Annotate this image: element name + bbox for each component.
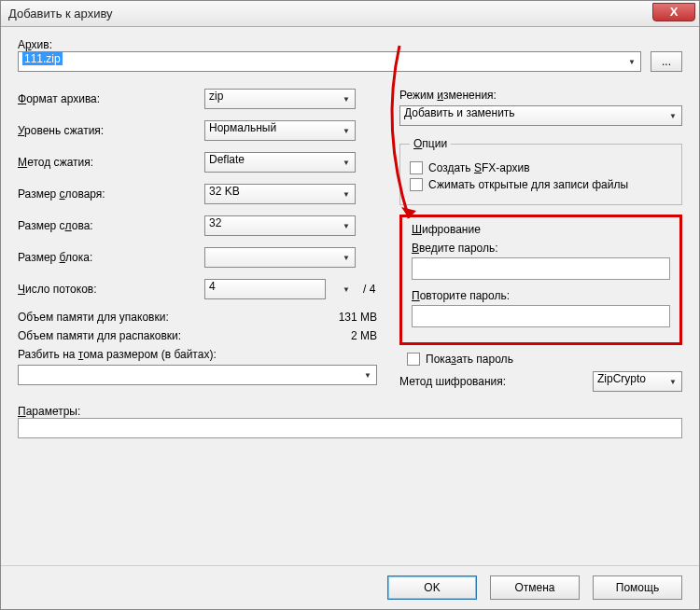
- threads-label: Число потоков:: [18, 283, 204, 296]
- close-button[interactable]: X: [652, 3, 695, 21]
- word-size-label: Размер слова:: [18, 219, 204, 232]
- sfx-label: Создать SFX-архив: [428, 161, 530, 174]
- encryption-highlight: Шифрование Введите пароль: Повторите пар…: [399, 215, 682, 345]
- dialog-content: Архив: 111.zip ... Формат архива: zip Ур…: [1, 27, 699, 565]
- show-password-checkbox[interactable]: [407, 353, 420, 366]
- options-legend: Опции: [410, 137, 451, 150]
- update-mode-label: Режим изменения:: [399, 89, 682, 102]
- repeat-password-input[interactable]: [412, 305, 670, 327]
- help-button[interactable]: Помощь: [593, 575, 682, 600]
- mem-unpack-label: Объем памяти для распаковки:: [18, 329, 181, 342]
- add-to-archive-dialog: Добавить к архиву X Архив: 111.zip ... Ф…: [0, 0, 700, 610]
- dictionary-label: Размер словаря:: [18, 187, 204, 201]
- encryption-legend: Шифрование: [412, 223, 670, 236]
- mem-unpack-value: 2 MB: [351, 329, 377, 342]
- cancel-button[interactable]: Отмена: [490, 575, 580, 600]
- titlebar: Добавить к архиву X: [1, 1, 699, 27]
- left-column: Формат архива: zip Уровень сжатия: Норма…: [18, 89, 377, 392]
- parameters-label: Параметры:: [18, 405, 682, 418]
- archive-name-value: 111.zip: [22, 52, 63, 65]
- mem-pack-value: 131 MB: [339, 311, 377, 324]
- threads-combo[interactable]: 4: [204, 279, 326, 299]
- dictionary-combo[interactable]: 32 KB: [204, 184, 356, 204]
- method-label: Метод сжатия:: [18, 156, 204, 169]
- format-combo[interactable]: zip: [204, 89, 356, 109]
- options-group: Опции Создать SFX-архив Сжимать открытые…: [399, 137, 682, 205]
- update-mode-combo[interactable]: Добавить и заменить: [399, 105, 682, 126]
- split-volumes-label: Разбить на тома размером (в байтах):: [18, 348, 377, 361]
- method-combo[interactable]: Deflate: [204, 152, 356, 173]
- word-size-combo[interactable]: 32: [204, 215, 356, 236]
- level-label: Уровень сжатия:: [18, 124, 204, 137]
- encryption-method-combo[interactable]: ZipCrypto: [593, 371, 682, 392]
- compress-open-label: Сжимать открытые для записи файлы: [428, 178, 628, 191]
- ok-button[interactable]: OK: [387, 575, 477, 600]
- show-password-label: Показать пароль: [426, 353, 513, 366]
- window-title: Добавить к архиву: [8, 7, 113, 21]
- block-size-combo[interactable]: [204, 247, 356, 268]
- button-bar: OK Отмена Помощь: [1, 565, 699, 609]
- archive-label: Архив:: [18, 38, 682, 51]
- split-volumes-combo[interactable]: [18, 365, 377, 385]
- block-size-label: Размер блока:: [18, 251, 204, 264]
- encryption-method-label: Метод шифрования:: [399, 375, 506, 388]
- browse-button[interactable]: ...: [651, 51, 682, 72]
- compress-open-checkbox[interactable]: [410, 178, 423, 191]
- level-combo[interactable]: Нормальный: [204, 120, 356, 141]
- repeat-password-label: Повторите пароль:: [412, 289, 670, 302]
- right-column: Режим изменения: Добавить и заменить Опц…: [399, 89, 682, 392]
- threads-max: / 4: [363, 283, 375, 296]
- mem-pack-label: Объем памяти для упаковки:: [18, 311, 169, 324]
- enter-password-input[interactable]: [412, 257, 670, 280]
- format-label: Формат архива:: [18, 92, 204, 105]
- enter-password-label: Введите пароль:: [412, 242, 670, 255]
- archive-name-combo[interactable]: 111.zip: [18, 51, 641, 72]
- sfx-checkbox[interactable]: [410, 161, 423, 174]
- parameters-input[interactable]: [18, 418, 682, 438]
